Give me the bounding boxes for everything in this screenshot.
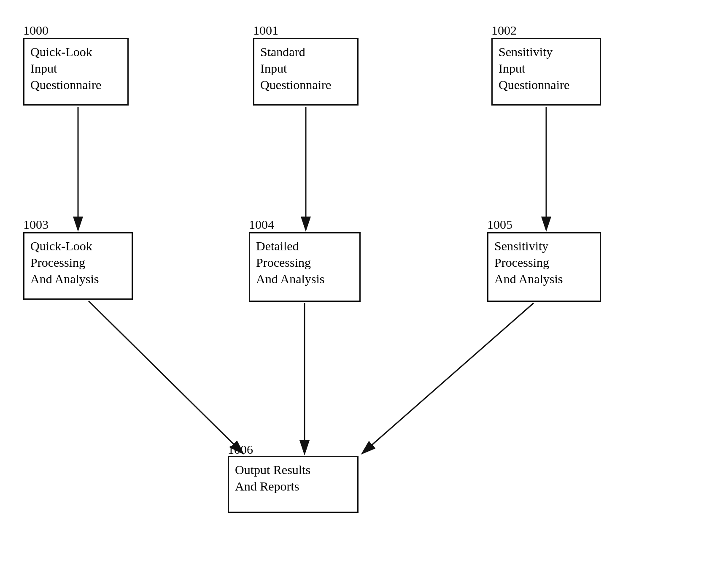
node-label-1004: 1004 bbox=[249, 217, 274, 232]
node-1003-text: Quick-LookProcessingAnd Analysis bbox=[30, 239, 99, 286]
node-1000-text: Quick-LookInputQuestionnaire bbox=[30, 45, 101, 92]
node-label-1000: 1000 bbox=[23, 23, 49, 38]
flowchart-diagram: 1000 Quick-LookInputQuestionnaire 1001 S… bbox=[0, 0, 728, 580]
node-1002: SensitivityInputQuestionnaire bbox=[491, 38, 601, 106]
node-1006-text: Output ResultsAnd Reports bbox=[235, 463, 310, 493]
node-1001: StandardInputQuestionnaire bbox=[253, 38, 359, 106]
node-label-1002: 1002 bbox=[491, 23, 517, 38]
node-1000: Quick-LookInputQuestionnaire bbox=[23, 38, 129, 106]
svg-line-4 bbox=[89, 301, 243, 453]
svg-line-6 bbox=[363, 303, 534, 453]
node-label-1005: 1005 bbox=[487, 217, 512, 232]
node-1004-text: DetailedProcessingAnd Analysis bbox=[256, 239, 325, 286]
node-label-1003: 1003 bbox=[23, 217, 49, 232]
node-1001-text: StandardInputQuestionnaire bbox=[260, 45, 331, 92]
node-label-1001: 1001 bbox=[253, 23, 278, 38]
node-1004: DetailedProcessingAnd Analysis bbox=[249, 232, 361, 302]
node-1002-text: SensitivityInputQuestionnaire bbox=[499, 45, 569, 92]
node-1005: SensitivityProcessingAnd Analysis bbox=[487, 232, 601, 302]
node-1006: Output ResultsAnd Reports bbox=[228, 456, 359, 513]
node-1003: Quick-LookProcessingAnd Analysis bbox=[23, 232, 133, 300]
node-1005-text: SensitivityProcessingAnd Analysis bbox=[494, 239, 563, 286]
node-label-1006: 1006 bbox=[228, 442, 253, 457]
